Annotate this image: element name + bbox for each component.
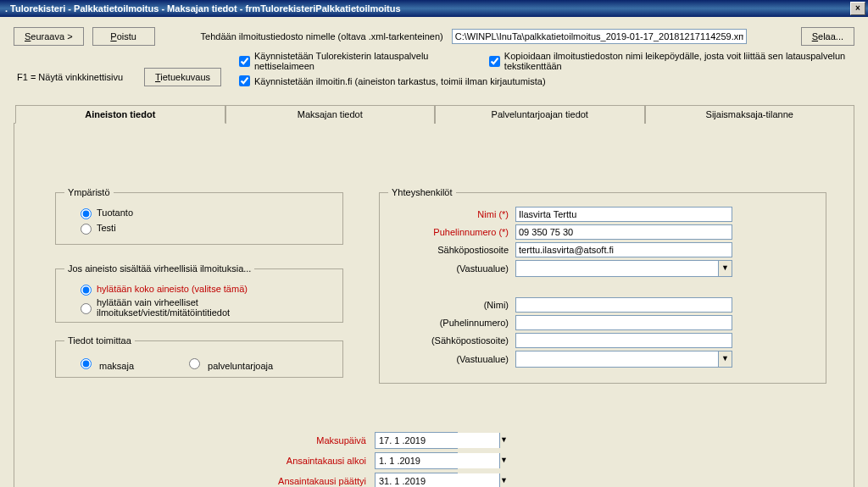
chevron-down-icon[interactable]: ▼ xyxy=(499,433,508,448)
email1-input[interactable] xyxy=(515,242,732,257)
chk-kopioidaan-box[interactable] xyxy=(489,56,500,67)
paattyi-label: Ansaintakausi päättyi xyxy=(248,476,375,486)
radio-maksaja-row[interactable]: maksaja xyxy=(76,356,134,371)
fieldset-ymparisto: Ympäristö Tuotanto Testi xyxy=(55,187,343,245)
nimi1-input[interactable] xyxy=(515,207,732,222)
radio-testi[interactable] xyxy=(81,224,92,235)
poistu-button[interactable]: Poistu xyxy=(92,27,155,46)
maksupaiva-input[interactable]: ▼ xyxy=(375,432,458,449)
date-section: Maksupäivä ▼ Ansaintakausi alkoi ▼ Ansai… xyxy=(248,429,458,487)
legend-ymparisto: Ympäristö xyxy=(64,187,114,197)
email2-label: (Sähköpostiosoite) xyxy=(388,335,515,346)
nimi2-input[interactable] xyxy=(515,297,732,313)
seuraava-button[interactable]: Seuraava > xyxy=(14,27,84,46)
radio-maksaja[interactable] xyxy=(81,358,92,369)
tab-aineiston-tiedot[interactable]: Aineiston tiedot xyxy=(15,105,225,124)
radio-hylat-vain[interactable] xyxy=(81,303,92,314)
chevron-down-icon[interactable]: ▼ xyxy=(499,453,508,468)
selaa-button[interactable]: Selaa... xyxy=(801,27,854,46)
radio-palveluntarjoaja-row[interactable]: palveluntarjoaja xyxy=(185,356,273,371)
maksupaiva-label: Maksupäivä xyxy=(248,435,375,445)
fieldset-virheelliset: Jos aineisto sisältää virheellisiä ilmoi… xyxy=(55,263,343,323)
radio-tuotanto[interactable] xyxy=(81,208,92,219)
chk-ilmoitin-box[interactable] xyxy=(239,75,250,86)
tab-maksajan-tiedot[interactable]: Maksajan tiedot xyxy=(225,105,436,124)
chk-latauspalvelu[interactable]: Käynnistetään Tulorekisterin latauspalve… xyxy=(236,51,460,71)
radio-hylat-koko[interactable] xyxy=(81,285,92,296)
puh2-input[interactable] xyxy=(515,315,732,330)
tab-sijaismaksaja-tilanne[interactable]: Sijaismaksaja-tilanne xyxy=(645,105,855,124)
fieldset-tiedot-toimittaa: Tiedot toimittaa maksaja palveluntarjoaj… xyxy=(55,335,343,378)
filepath-input[interactable] xyxy=(452,29,747,44)
vastuu2-label: (Vastuualue) xyxy=(388,354,515,364)
email1-label: Sähköpostiosoite xyxy=(388,245,515,255)
close-icon[interactable]: × xyxy=(850,2,865,15)
vastuu1-combo[interactable]: ▼ xyxy=(515,260,732,277)
alkoi-input[interactable]: ▼ xyxy=(375,452,458,469)
tietuekuvaus-button[interactable]: Tietuekuvaus xyxy=(144,68,221,86)
window-title: . Tulorekisteri - Palkkatietoilmoitus - … xyxy=(3,3,850,14)
puh2-label: (Puhelinnumero) xyxy=(388,318,515,328)
f1-hint: F1 = Näytä vinkkinettisivu xyxy=(17,72,123,82)
paattyi-input[interactable]: ▼ xyxy=(375,473,458,487)
tab-strip: Aineiston tiedot Maksajan tiedot Palvelu… xyxy=(14,104,854,124)
tab-palveluntarjoajan-tiedot[interactable]: Palveluntarjoajan tiedot xyxy=(435,105,645,124)
filepath-label: Tehdään ilmoitustiedosto nimelle (oltava… xyxy=(201,31,443,42)
chevron-down-icon[interactable]: ▼ xyxy=(718,351,732,367)
nimi1-label: Nimi (*) xyxy=(388,209,515,219)
puh1-label: Puhelinnumero (*) xyxy=(388,227,515,237)
vastuu1-input[interactable] xyxy=(516,261,718,276)
titlebar: . Tulorekisteri - Palkkatietoilmoitus - … xyxy=(0,0,868,17)
puh1-input[interactable] xyxy=(515,224,732,240)
fieldset-yhteyshenkilot: Yhteyshenkilöt Nimi (*) Puhelinnumero (*… xyxy=(379,187,826,384)
chk-latauspalvelu-box[interactable] xyxy=(239,56,250,67)
chk-ilmoitin[interactable]: Käynnistetään ilmoitin.fi (aineiston tar… xyxy=(236,73,546,89)
chevron-down-icon[interactable]: ▼ xyxy=(718,261,732,276)
legend-virheelliset: Jos aineisto sisältää virheellisiä ilmoi… xyxy=(64,263,254,274)
chk-kopioidaan[interactable]: Kopioidaan ilmoitustiedoston nimi leikep… xyxy=(486,51,854,71)
email2-input[interactable] xyxy=(515,333,732,348)
legend-tiedot-toimittaa: Tiedot toimittaa xyxy=(64,335,135,346)
radio-tuotanto-row[interactable]: Tuotanto xyxy=(76,206,334,219)
vastuu2-input[interactable] xyxy=(516,351,718,367)
vastuu1-label: (Vastuualue) xyxy=(388,263,515,274)
radio-hylat-koko-row[interactable]: hylätään koko aineisto (valitse tämä) xyxy=(76,282,334,296)
radio-palveluntarjoaja[interactable] xyxy=(189,358,200,369)
tab-body: Ympäristö Tuotanto Testi Jos aineisto si… xyxy=(14,124,854,487)
alkoi-label: Ansaintakausi alkoi xyxy=(248,456,375,466)
radio-testi-row[interactable]: Testi xyxy=(76,221,334,235)
legend-yhteyshenkilot: Yhteyshenkilöt xyxy=(388,187,456,197)
vastuu2-combo[interactable]: ▼ xyxy=(515,351,732,368)
chevron-down-icon[interactable]: ▼ xyxy=(499,473,508,487)
nimi2-label: (Nimi) xyxy=(388,300,515,310)
radio-hylat-vain-row[interactable]: hylätään vain virheelliset ilmoitukset/v… xyxy=(76,297,334,318)
